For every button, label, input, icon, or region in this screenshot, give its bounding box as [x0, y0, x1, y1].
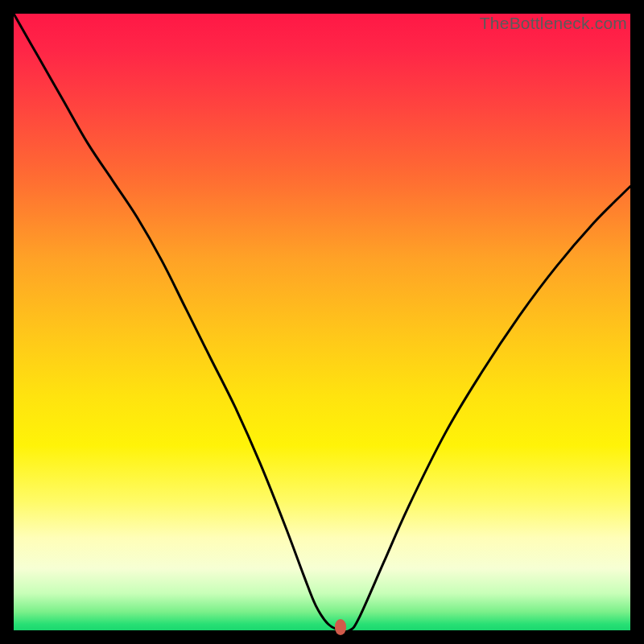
optimal-marker [335, 619, 346, 635]
bottleneck-curve [14, 14, 630, 630]
plot-area: TheBottleneck.com [14, 14, 630, 630]
watermark-text: TheBottleneck.com [480, 14, 627, 33]
chart-frame: TheBottleneck.com [0, 0, 644, 644]
